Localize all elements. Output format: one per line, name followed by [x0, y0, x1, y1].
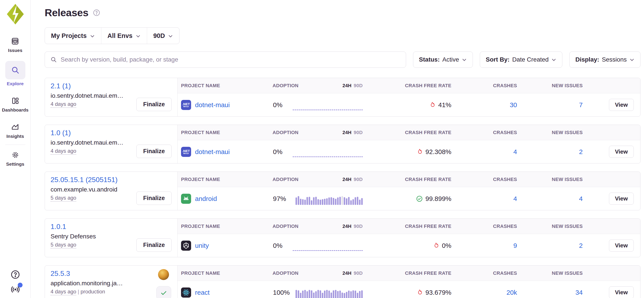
view-button[interactable]: View [609, 286, 634, 298]
col-crashes: CRASHES [451, 130, 517, 135]
status-dropdown[interactable]: Status: Active [413, 52, 473, 68]
adoption-bar [298, 290, 299, 298]
adoption-bar [352, 290, 354, 298]
col-crash-free-rate: CRASH FREE RATE [363, 270, 451, 276]
adoption-bar [333, 198, 334, 205]
release-created-time[interactable]: 5 days ago [50, 195, 76, 202]
adoption-bar [357, 197, 358, 205]
new-issues-count-link[interactable]: 2 [517, 148, 583, 156]
release-version-link[interactable]: 2.1 (1) [50, 82, 71, 90]
adoption-bar [315, 197, 317, 205]
crashes-count-link[interactable]: 9 [451, 242, 517, 249]
project-link[interactable]: react [195, 289, 210, 296]
sidebar-item-settings[interactable]: Settings [6, 150, 24, 167]
view-button[interactable]: View [609, 146, 634, 158]
col-crashes: CRASHES [451, 270, 517, 276]
finalize-button[interactable]: Finalize [136, 238, 172, 252]
view-button[interactable]: View [609, 193, 634, 205]
adoption-bar [335, 199, 336, 205]
adoption-bar [342, 196, 343, 205]
new-issues-count-link[interactable]: 34 [517, 289, 583, 296]
chevron-down-icon [168, 33, 173, 38]
col-new-issues: NEW ISSUES [517, 130, 583, 135]
broadcast-icon[interactable] [10, 284, 20, 294]
android-platform-icon [181, 194, 191, 204]
title-help-icon[interactable] [93, 9, 100, 17]
project-link[interactable]: dotnet-maui [195, 101, 230, 109]
display-dropdown[interactable]: Display: Sessions [569, 52, 640, 68]
adoption-bar [318, 290, 319, 298]
environment-filter-dropdown[interactable]: All Envs [101, 28, 147, 44]
adoption-bar [300, 293, 302, 298]
col-project-name: PROJECT NAME [178, 83, 271, 89]
crashes-count-link[interactable]: 4 [451, 195, 517, 202]
chevron-down-icon [462, 57, 467, 62]
project-link[interactable]: dotnet-maui [195, 148, 230, 156]
crashes-count-link[interactable]: 30 [451, 101, 517, 109]
adoption-bar [328, 197, 330, 205]
sidebar-item-issues[interactable]: Issues [8, 36, 22, 53]
release-info-panel: 1.0.1 Sentry Defenses 5 days ago Finaliz… [45, 219, 178, 257]
crashes-count-link[interactable]: 4 [451, 148, 517, 156]
adoption-bar [337, 291, 339, 298]
adoption-bar [335, 290, 336, 298]
project-link[interactable]: unity [195, 242, 209, 249]
project-link[interactable]: android [195, 195, 217, 202]
crashes-count-link[interactable]: 20k [451, 289, 517, 296]
adoption-value: 0% [271, 101, 293, 109]
search-icon [50, 56, 57, 63]
col-project-name: PROJECT NAME [178, 270, 271, 276]
release-version-link[interactable]: 1.0.1 [50, 223, 66, 231]
view-button[interactable]: View [609, 239, 634, 251]
search-input[interactable] [61, 56, 400, 63]
col-adoption: ADOPTION [271, 270, 293, 276]
environment-filter-label: All Envs [108, 32, 132, 40]
table-header-row: PROJECT NAME ADOPTION 24H90D CRASH FREE … [178, 219, 640, 234]
release-version-link[interactable]: 25.05.15.1 (2505151) [50, 176, 118, 184]
sidebar-divider [5, 145, 26, 145]
col-crash-free-rate: CRASH FREE RATE [363, 177, 451, 182]
dotnet-maui-platform-icon: .NETMAUI [181, 100, 191, 110]
new-issues-count-link[interactable]: 4 [517, 195, 583, 202]
main-content: Releases My Projects All Envs [31, 0, 644, 298]
table-row: .NETMAUIdotnet-maui 0% 92.308% 4 2 View [178, 140, 640, 163]
sidebar-item-dashboards[interactable]: Dashboards [2, 96, 28, 113]
sentry-logo-icon[interactable] [5, 3, 26, 25]
sort-by-dropdown[interactable]: Sort By: Date Created [480, 52, 562, 68]
crash-free-healthy-check-icon [416, 195, 423, 202]
adoption-bar [344, 197, 345, 205]
release-card: 25.5.3 application.monitoring.ja… 4 days… [45, 265, 640, 298]
release-health-table: PROJECT NAME ADOPTION 24H90D CRASH FREE … [178, 172, 640, 210]
table-row: .NETMAUIdotnet-maui 0% 41% 30 7 View [178, 93, 640, 116]
adoption-bar [318, 199, 319, 205]
adoption-bar [322, 199, 323, 205]
release-info-panel: 2.1 (1) io.sentry.dotnet.maui.em… 4 days… [45, 78, 178, 116]
project-filter-dropdown[interactable]: My Projects [45, 28, 101, 44]
adoption-bar [337, 197, 339, 205]
new-issues-count-link[interactable]: 7 [517, 101, 583, 109]
release-created-time[interactable]: 5 days ago [50, 242, 76, 248]
view-button[interactable]: View [609, 99, 634, 111]
date-range-dropdown[interactable]: 90D [147, 28, 179, 44]
col-24h-90d: 24H90D [293, 130, 363, 135]
finalized-check-button[interactable] [156, 286, 171, 298]
release-created-time[interactable]: 4 days ago [50, 101, 76, 108]
adoption-bar [330, 197, 332, 205]
status-label: Status: [419, 56, 440, 63]
finalize-button[interactable]: Finalize [136, 191, 172, 205]
crash-free-value: 41% [438, 101, 451, 109]
finalize-button[interactable]: Finalize [136, 145, 172, 158]
table-row: react 100% 93.679% 20k 34 View [178, 281, 640, 298]
new-issues-count-link[interactable]: 2 [517, 242, 583, 249]
release-version-link[interactable]: 1.0 (1) [50, 129, 71, 137]
sidebar-item-insights[interactable]: Insights [6, 122, 24, 139]
adoption-bar [324, 290, 326, 298]
release-version-link[interactable]: 25.5.3 [50, 269, 70, 278]
col-new-issues: NEW ISSUES [517, 177, 583, 182]
release-created-time[interactable]: 4 days ago [50, 288, 76, 295]
sidebar-item-explore[interactable]: Explore [5, 61, 26, 86]
release-created-time[interactable]: 4 days ago [50, 148, 76, 155]
help-icon[interactable] [10, 269, 20, 279]
search-bar[interactable] [45, 52, 406, 68]
finalize-button[interactable]: Finalize [136, 98, 172, 111]
